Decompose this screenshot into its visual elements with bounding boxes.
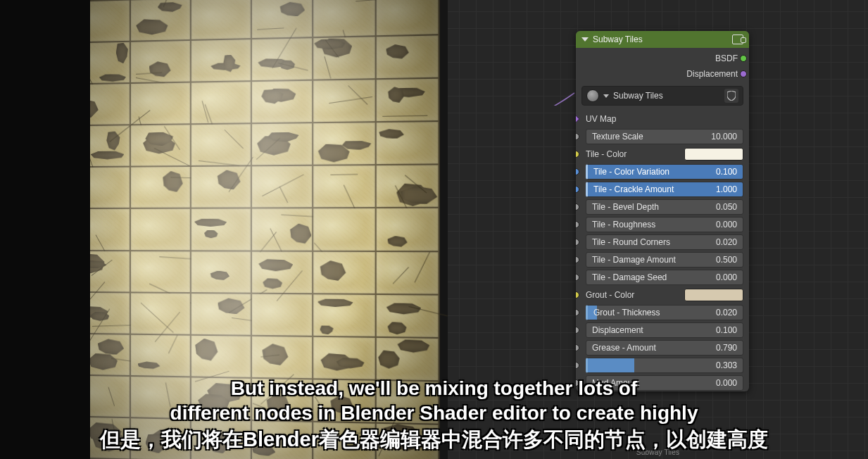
param-value-tile_rough: 0.000 bbox=[716, 220, 737, 230]
param-label-displacement: Displacement bbox=[592, 325, 643, 335]
slider-param_0303[interactable]: 0.303 bbox=[586, 358, 743, 373]
socket-input-grease_amt[interactable] bbox=[576, 344, 579, 351]
param-label-texture_scale: Texture Scale bbox=[592, 132, 643, 142]
node-editor-footer-label: Subway Tiles bbox=[448, 448, 868, 456]
nodegroup-name[interactable]: Subway Tiles bbox=[613, 91, 720, 101]
collapse-toggle-icon[interactable] bbox=[581, 37, 589, 42]
socket-output-bsdf[interactable] bbox=[740, 55, 747, 62]
param-label-tile_round: Tile - Round Corners bbox=[592, 237, 670, 247]
socket-input-tile_color_var[interactable] bbox=[576, 168, 579, 175]
color-swatch-grout_color[interactable] bbox=[684, 289, 743, 301]
param-label-tile_dmg_amt: Tile - Damage Amount bbox=[592, 255, 676, 265]
param-value-tile_color_var: 0.100 bbox=[716, 167, 737, 177]
param-tile_bevel: Tile - Bevel Depth0.050 bbox=[576, 198, 749, 215]
param-label-tile_bevel: Tile - Bevel Depth bbox=[592, 202, 659, 212]
output-bsdf-label: BSDF bbox=[715, 54, 738, 63]
slider-grease_amt[interactable]: Grease - Amount0.790 bbox=[586, 340, 743, 356]
param-mud_amt: Mud Amount0.000 bbox=[576, 374, 749, 391]
slider-mud_amt[interactable]: Mud Amount0.000 bbox=[586, 375, 743, 391]
socket-input-param_0303[interactable] bbox=[576, 362, 579, 369]
param-tile_color_var: Tile - Color Variation0.100 bbox=[576, 163, 749, 180]
param-value-tile_dmg_amt: 0.500 bbox=[716, 255, 737, 265]
shader-node-editor[interactable]: Subway Tiles BSDF Displacement Subway Ti… bbox=[448, 0, 868, 459]
param-value-tile_crackle: 1.000 bbox=[716, 184, 737, 194]
socket-input-tile_crackle[interactable] bbox=[576, 186, 579, 193]
socket-input-tile_dmg_amt[interactable] bbox=[576, 256, 579, 263]
node-header[interactable]: Subway Tiles bbox=[576, 31, 749, 48]
param-tile_color: Tile - Color bbox=[576, 145, 749, 163]
nodegroup-datablock[interactable]: Subway Tiles bbox=[581, 86, 743, 106]
param-tile_rough: Tile - Roughness0.000 bbox=[576, 215, 749, 233]
param-label-tile_rough: Tile - Roughness bbox=[592, 220, 655, 230]
socket-input-grout_color[interactable] bbox=[576, 291, 579, 298]
param-tile_round: Tile - Round Corners0.020 bbox=[576, 233, 749, 251]
slider-tile_dmg_seed[interactable]: Tile - Damage Seed0.000 bbox=[586, 270, 743, 285]
socket-input-tile_round[interactable] bbox=[576, 239, 579, 246]
param-value-displacement: 0.100 bbox=[716, 325, 737, 335]
slider-tile_dmg_amt[interactable]: Tile - Damage Amount0.500 bbox=[586, 252, 743, 268]
nodegroup-icon bbox=[586, 89, 599, 102]
input-uv-map: UV Map bbox=[576, 110, 749, 127]
param-value-texture_scale: 10.000 bbox=[711, 132, 737, 142]
slider-texture_scale[interactable]: Texture Scale10.000 bbox=[586, 129, 743, 144]
socket-input-uvmap[interactable] bbox=[576, 114, 580, 123]
socket-input-mud_amt[interactable] bbox=[576, 379, 579, 386]
viewport-3d[interactable]: y z bbox=[90, 0, 448, 459]
param-grease_amt: Grease - Amount0.790 bbox=[576, 339, 749, 356]
param-label-tile_dmg_seed: Tile - Damage Seed bbox=[592, 272, 667, 282]
param-label-mud_amt: Mud Amount bbox=[592, 378, 639, 388]
param-grout_thick: Grout - Thickness0.020 bbox=[576, 303, 749, 321]
socket-output-displacement[interactable] bbox=[740, 70, 747, 77]
slider-tile_bevel[interactable]: Tile - Bevel Depth0.050 bbox=[586, 199, 743, 215]
slider-grout_thick[interactable]: Grout - Thickness0.020 bbox=[586, 305, 743, 320]
param-value-tile_bevel: 0.050 bbox=[716, 202, 737, 212]
input-uv-map-label: UV Map bbox=[586, 114, 616, 124]
slider-tile_rough[interactable]: Tile - Roughness0.000 bbox=[586, 217, 743, 232]
slider-tile_color_var[interactable]: Tile - Color Variation0.100 bbox=[586, 164, 743, 180]
socket-input-tile_rough[interactable] bbox=[576, 221, 579, 228]
output-displacement: Displacement bbox=[581, 66, 743, 82]
socket-input-tile_dmg_seed[interactable] bbox=[576, 274, 579, 281]
param-value-grease_amt: 0.790 bbox=[716, 343, 737, 353]
socket-input-grout_thick[interactable] bbox=[576, 309, 579, 316]
node-title: Subway Tiles bbox=[593, 34, 643, 44]
param-value-param_0303: 0.303 bbox=[716, 360, 737, 370]
param-label-tile_crackle: Tile - Crackle Amount bbox=[593, 184, 674, 194]
param-tile_crackle: Tile - Crackle Amount1.000 bbox=[576, 180, 749, 198]
node-options-icon[interactable] bbox=[732, 34, 743, 44]
rendered-wall bbox=[90, 0, 440, 459]
socket-input-tile_bevel[interactable] bbox=[576, 203, 579, 210]
param-displacement: Displacement0.100 bbox=[576, 321, 749, 339]
param-value-mud_amt: 0.000 bbox=[716, 378, 737, 388]
param-label-grout_thick: Grout - Thickness bbox=[593, 308, 660, 317]
param-label-grease_amt: Grease - Amount bbox=[592, 343, 656, 353]
slider-tile_round[interactable]: Tile - Round Corners0.020 bbox=[586, 234, 743, 250]
param-value-tile_dmg_seed: 0.000 bbox=[716, 272, 737, 282]
slider-displacement[interactable]: Displacement0.100 bbox=[586, 322, 743, 338]
param-tile_dmg_amt: Tile - Damage Amount0.500 bbox=[576, 251, 749, 268]
param-tile_dmg_seed: Tile - Damage Seed0.000 bbox=[576, 268, 749, 286]
param-value-tile_round: 0.020 bbox=[716, 237, 737, 247]
node-subway-tiles[interactable]: Subway Tiles BSDF Displacement Subway Ti… bbox=[576, 31, 749, 391]
output-displacement-label: Displacement bbox=[686, 69, 738, 79]
param-value-grout_thick: 0.020 bbox=[716, 308, 737, 317]
param-label-tile_color: Tile - Color bbox=[586, 149, 679, 159]
param-label-tile_color_var: Tile - Color Variation bbox=[593, 167, 669, 177]
socket-input-texture_scale[interactable] bbox=[576, 133, 579, 140]
socket-input-tile_color[interactable] bbox=[576, 151, 579, 158]
param-param_0303: 0.303 bbox=[576, 356, 749, 374]
color-swatch-tile_color[interactable] bbox=[684, 148, 743, 161]
slider-tile_crackle[interactable]: Tile - Crackle Amount1.000 bbox=[586, 182, 743, 197]
socket-input-displacement[interactable] bbox=[576, 327, 579, 334]
param-label-grout_color: Grout - Color bbox=[586, 290, 679, 300]
param-texture_scale: Texture Scale10.000 bbox=[576, 127, 749, 145]
param-grout_color: Grout - Color bbox=[576, 286, 749, 303]
output-bsdf: BSDF bbox=[581, 51, 743, 66]
fake-user-shield-icon[interactable] bbox=[724, 89, 738, 103]
chevron-down-icon[interactable] bbox=[603, 94, 609, 98]
